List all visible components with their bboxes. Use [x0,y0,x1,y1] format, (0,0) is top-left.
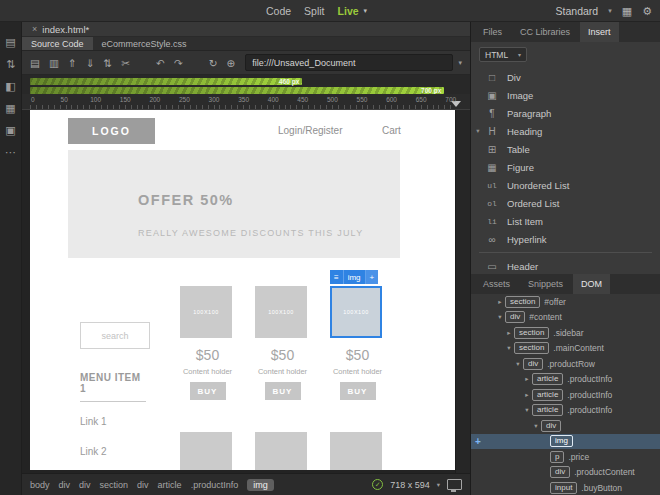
refresh-icon[interactable]: ↻ [209,57,218,69]
tag-selector-productInfo[interactable]: .productInfo [191,480,239,490]
insert-panel-icon[interactable]: ▦ [0,102,21,115]
buy-button[interactable]: BUY [190,382,226,400]
live-mode-chevron-icon[interactable]: ▾ [364,7,368,15]
tag-selector-section[interactable]: section [100,480,129,490]
close-icon[interactable]: × [32,24,37,34]
download-icon[interactable]: ⇓ [86,57,95,69]
insert-item-list-item[interactable]: liList Item [471,212,660,230]
preview-globe-icon[interactable]: ⊕ [227,57,236,69]
more-panels-icon[interactable]: ⋯ [0,146,21,159]
dom-panel-icon[interactable]: ▣ [0,124,21,137]
tag-selector-div[interactable]: div [137,480,149,490]
product-card-selected[interactable]: 100X100 $50 Content holder BUY [330,286,385,418]
vertical-scrollbar[interactable] [455,110,470,473]
expander-icon[interactable]: ▾ [531,422,541,430]
expander-icon[interactable]: ▸ [522,375,532,383]
expander-icon[interactable]: ▾ [471,127,483,135]
document-size[interactable]: 718 x 594 [390,480,430,490]
dom-node-article-productInfo[interactable]: ▸article.productInfo [471,372,660,388]
dom-node-input-buyButton[interactable]: input.buyButton [471,480,660,495]
dom-node-div[interactable]: ▾div [471,418,660,434]
login-register-link[interactable]: Login/Register [278,125,342,136]
element-menu-icon[interactable]: ≡ [330,270,344,284]
buy-button[interactable]: BUY [265,382,301,400]
expander-icon[interactable]: ▸ [504,329,514,337]
product-card[interactable]: 100X100 $50 Content holder BUY [255,286,310,418]
tag-selector-img[interactable]: img [247,479,274,491]
dom-node-div-productRow[interactable]: ▾div.productRow [471,356,660,372]
dom-node-div-content[interactable]: ▾div#content [471,310,660,326]
address-bar[interactable]: file:///Unsaved_Document [245,54,453,71]
tag-selector-div[interactable]: div [59,480,71,490]
tab-cc-libraries[interactable]: CC Libraries [512,22,578,42]
address-bar-chevron-icon[interactable]: ▾ [453,59,464,67]
tab-snippets[interactable]: Snippets [520,274,571,294]
tab-insert[interactable]: Insert [580,22,619,42]
files-panel-icon[interactable]: ▤ [0,36,21,49]
insert-item-unordered-list[interactable]: ulUnordered List [471,176,660,194]
insert-item-figure[interactable]: ▦Figure [471,158,660,176]
insert-item-header[interactable]: ▭Header [471,257,660,274]
related-file-stylesheet[interactable]: eCommerceStyle.css [93,37,196,50]
redo-icon[interactable]: ↷ [174,57,183,69]
insert-item-table[interactable]: ⊞Table [471,140,660,158]
expander-icon[interactable]: ▸ [522,391,532,399]
expander-icon[interactable]: ▸ [495,298,505,306]
insert-item-div[interactable]: □Div [471,68,660,86]
tag-selector-article[interactable]: article [158,480,182,490]
workspace-switcher[interactable]: Standard [556,5,599,17]
expander-icon[interactable]: ▾ [504,344,514,352]
tab-assets[interactable]: Assets [475,274,518,294]
dom-node-section-mainContent[interactable]: ▾section.mainContent [471,341,660,357]
insert-item-image[interactable]: ▣Image [471,86,660,104]
dom-node-p-price[interactable]: p.price [471,449,660,465]
tag-selector-div[interactable]: div [79,480,91,490]
layout-icon[interactable]: ▦ [622,5,632,18]
workspace-chevron-icon[interactable]: ▾ [608,7,612,15]
site-logo[interactable]: LOGO [68,118,155,144]
device-preview-icon[interactable] [447,479,462,490]
file-transfer-icon[interactable]: ⇅ [0,58,21,71]
element-add-icon[interactable]: + [365,270,379,284]
insert-item-heading[interactable]: ▾HHeading [471,122,660,140]
insert-item-ordered-list[interactable]: olOrdered List [471,194,660,212]
cart-link[interactable]: Cart [382,125,401,136]
css-designer-icon[interactable]: ◧ [0,80,21,93]
size-chevron-icon[interactable]: ▾ [437,481,440,489]
live-view-canvas[interactable]: LOGO Login/Register Cart OFFER 50% REALL… [30,110,455,470]
expander-icon[interactable]: ▾ [495,313,505,321]
sync-icon[interactable]: ⇅ [103,57,112,69]
open-file-icon[interactable]: ▤ [30,57,40,69]
expander-icon[interactable]: ▾ [513,360,523,368]
mode-split[interactable]: Split [304,5,324,17]
media-query-bar-700[interactable]: 700 px [30,87,444,94]
dom-node-article-productInfo[interactable]: ▾article.productInfo [471,403,660,419]
buy-button[interactable]: BUY [340,382,376,400]
tag-selector-body[interactable]: body [30,480,50,490]
insert-item-hyperlink[interactable]: ∞Hyperlink [471,230,660,248]
lint-ok-icon[interactable]: ✓ [372,479,383,490]
product-image-placeholder[interactable]: 100X100 [330,286,382,338]
tab-files[interactable]: Files [475,22,510,42]
search-input[interactable]: search [80,322,150,349]
related-file-source-code[interactable]: Source Code [22,37,93,50]
dom-node-div-productContent[interactable]: div.productContent [471,465,660,481]
document-tab[interactable]: × index.html* [22,22,99,36]
element-display[interactable]: ≡ img + [330,270,378,284]
gear-icon[interactable]: ⚙ [642,5,652,18]
dom-node-section-offer[interactable]: ▸section#offer [471,294,660,310]
media-query-bar-460[interactable]: 460 px [30,78,302,85]
mode-live[interactable]: Live [338,5,359,17]
cut-icon[interactable]: ✂ [121,57,130,69]
product-card[interactable]: 100X100 $50 Content holder BUY [180,286,235,418]
dom-node-section-sidebar[interactable]: ▸section.sidebar [471,325,660,341]
sidebar-link-1[interactable]: Link 1 [80,416,107,427]
dom-node-article-productInfo[interactable]: ▸article.productInfo [471,387,660,403]
sidebar-link-2[interactable]: Link 2 [80,446,107,457]
add-element-icon[interactable]: + [475,436,481,447]
insert-item-paragraph[interactable]: ¶Paragraph [471,104,660,122]
undo-icon[interactable]: ↶ [156,57,165,69]
mode-code[interactable]: Code [266,5,291,17]
dom-node-img[interactable]: +img [471,434,660,450]
expander-icon[interactable]: ▾ [522,406,532,414]
